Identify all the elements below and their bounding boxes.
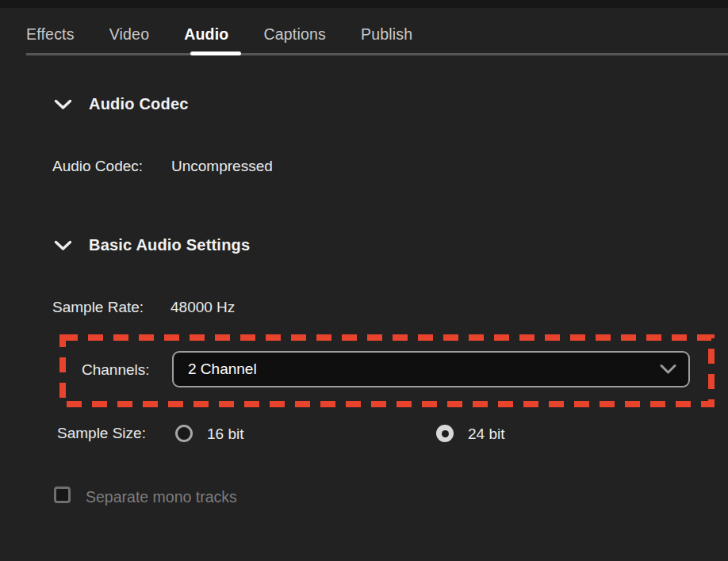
tab-publish[interactable]: Publish [361, 25, 412, 44]
active-tab-underline [190, 52, 241, 55]
separate-mono-label: Separate mono tracks [86, 488, 237, 506]
channels-label: Channels: [82, 361, 150, 379]
sample-rate-value: 48000 Hz [171, 299, 235, 316]
annotation-dashed-rectangle [0, 0, 728, 561]
separate-mono-checkbox[interactable] [54, 487, 71, 503]
section-title: Audio Codec [89, 95, 189, 113]
audio-codec-label: Audio Codec: [52, 158, 143, 175]
export-settings-audio-panel: Effects Video Audio Captions Publish Aud… [0, 0, 728, 561]
channels-selected-value: 2 Channel [188, 361, 257, 378]
tab-effects[interactable]: Effects [26, 25, 75, 44]
radio-16bit-label[interactable]: 16 bit [207, 426, 243, 443]
top-strip [0, 0, 728, 8]
chevron-down-icon [54, 240, 72, 251]
channels-dropdown[interactable]: 2 Channel [172, 351, 690, 387]
tab-captions[interactable]: Captions [263, 25, 326, 44]
sample-rate-label: Sample Rate: [52, 299, 144, 316]
section-title: Basic Audio Settings [89, 236, 250, 254]
tab-divider [26, 53, 728, 55]
chevron-down-icon [54, 99, 72, 110]
tab-bar: Effects Video Audio Captions Publish [26, 25, 412, 44]
radio-selected-dot [442, 430, 449, 437]
radio-24bit-label[interactable]: 24 bit [468, 426, 504, 443]
basic-audio-section-header[interactable]: Basic Audio Settings [54, 236, 250, 254]
audio-codec-section-header[interactable]: Audio Codec [54, 95, 189, 113]
radio-24bit[interactable] [436, 425, 454, 442]
radio-16bit[interactable] [175, 425, 193, 442]
tab-audio[interactable]: Audio [184, 25, 228, 44]
sample-size-label: Sample Size: [57, 425, 146, 442]
audio-codec-value: Uncompressed [171, 158, 273, 175]
dropdown-chevron-icon [660, 364, 676, 375]
tab-video[interactable]: Video [109, 25, 150, 44]
